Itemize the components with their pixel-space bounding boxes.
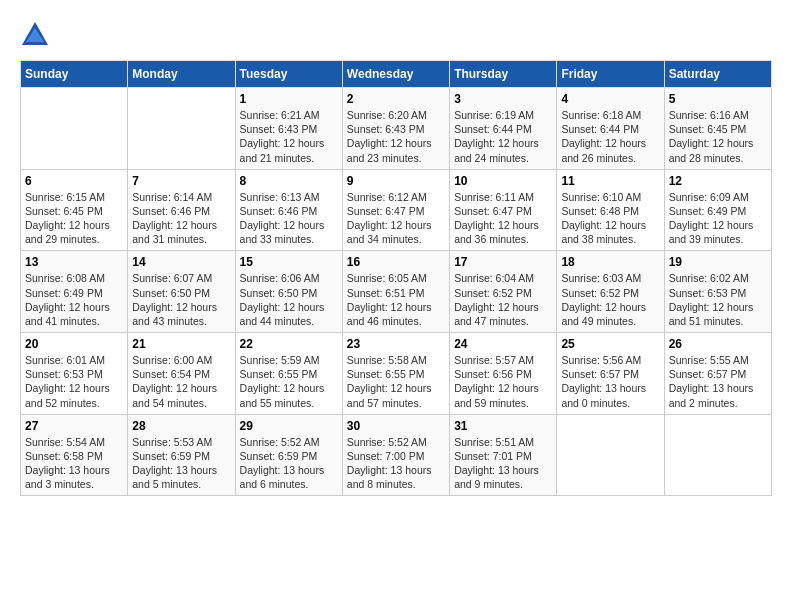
calendar-cell: 19Sunrise: 6:02 AMSunset: 6:53 PMDayligh… xyxy=(664,251,771,333)
calendar-cell: 17Sunrise: 6:04 AMSunset: 6:52 PMDayligh… xyxy=(450,251,557,333)
day-number: 7 xyxy=(132,174,230,188)
day-number: 21 xyxy=(132,337,230,351)
logo xyxy=(20,20,54,50)
day-info: Sunrise: 6:11 AMSunset: 6:47 PMDaylight:… xyxy=(454,190,552,247)
day-number: 20 xyxy=(25,337,123,351)
day-number: 16 xyxy=(347,255,445,269)
calendar-cell: 16Sunrise: 6:05 AMSunset: 6:51 PMDayligh… xyxy=(342,251,449,333)
calendar-week-row: 27Sunrise: 5:54 AMSunset: 6:58 PMDayligh… xyxy=(21,414,772,496)
calendar-cell: 28Sunrise: 5:53 AMSunset: 6:59 PMDayligh… xyxy=(128,414,235,496)
calendar-week-row: 20Sunrise: 6:01 AMSunset: 6:53 PMDayligh… xyxy=(21,333,772,415)
day-number: 8 xyxy=(240,174,338,188)
calendar-cell: 2Sunrise: 6:20 AMSunset: 6:43 PMDaylight… xyxy=(342,88,449,170)
calendar-cell: 7Sunrise: 6:14 AMSunset: 6:46 PMDaylight… xyxy=(128,169,235,251)
day-info: Sunrise: 5:58 AMSunset: 6:55 PMDaylight:… xyxy=(347,353,445,410)
calendar-cell: 5Sunrise: 6:16 AMSunset: 6:45 PMDaylight… xyxy=(664,88,771,170)
calendar-cell: 6Sunrise: 6:15 AMSunset: 6:45 PMDaylight… xyxy=(21,169,128,251)
calendar-cell xyxy=(128,88,235,170)
calendar-cell: 9Sunrise: 6:12 AMSunset: 6:47 PMDaylight… xyxy=(342,169,449,251)
day-info: Sunrise: 5:57 AMSunset: 6:56 PMDaylight:… xyxy=(454,353,552,410)
calendar-cell: 23Sunrise: 5:58 AMSunset: 6:55 PMDayligh… xyxy=(342,333,449,415)
day-info: Sunrise: 6:06 AMSunset: 6:50 PMDaylight:… xyxy=(240,271,338,328)
day-number: 13 xyxy=(25,255,123,269)
day-header-friday: Friday xyxy=(557,61,664,88)
calendar-week-row: 6Sunrise: 6:15 AMSunset: 6:45 PMDaylight… xyxy=(21,169,772,251)
day-info: Sunrise: 6:08 AMSunset: 6:49 PMDaylight:… xyxy=(25,271,123,328)
calendar-cell: 10Sunrise: 6:11 AMSunset: 6:47 PMDayligh… xyxy=(450,169,557,251)
calendar-cell xyxy=(21,88,128,170)
calendar-cell: 25Sunrise: 5:56 AMSunset: 6:57 PMDayligh… xyxy=(557,333,664,415)
calendar-table: SundayMondayTuesdayWednesdayThursdayFrid… xyxy=(20,60,772,496)
day-info: Sunrise: 6:05 AMSunset: 6:51 PMDaylight:… xyxy=(347,271,445,328)
day-number: 31 xyxy=(454,419,552,433)
calendar-cell: 22Sunrise: 5:59 AMSunset: 6:55 PMDayligh… xyxy=(235,333,342,415)
day-header-sunday: Sunday xyxy=(21,61,128,88)
calendar-cell: 8Sunrise: 6:13 AMSunset: 6:46 PMDaylight… xyxy=(235,169,342,251)
day-number: 19 xyxy=(669,255,767,269)
day-info: Sunrise: 6:01 AMSunset: 6:53 PMDaylight:… xyxy=(25,353,123,410)
calendar-cell: 24Sunrise: 5:57 AMSunset: 6:56 PMDayligh… xyxy=(450,333,557,415)
day-info: Sunrise: 6:13 AMSunset: 6:46 PMDaylight:… xyxy=(240,190,338,247)
day-info: Sunrise: 5:56 AMSunset: 6:57 PMDaylight:… xyxy=(561,353,659,410)
day-info: Sunrise: 6:18 AMSunset: 6:44 PMDaylight:… xyxy=(561,108,659,165)
calendar-cell: 11Sunrise: 6:10 AMSunset: 6:48 PMDayligh… xyxy=(557,169,664,251)
day-info: Sunrise: 5:53 AMSunset: 6:59 PMDaylight:… xyxy=(132,435,230,492)
calendar-cell: 30Sunrise: 5:52 AMSunset: 7:00 PMDayligh… xyxy=(342,414,449,496)
day-header-monday: Monday xyxy=(128,61,235,88)
day-number: 18 xyxy=(561,255,659,269)
day-info: Sunrise: 6:09 AMSunset: 6:49 PMDaylight:… xyxy=(669,190,767,247)
day-number: 1 xyxy=(240,92,338,106)
calendar-cell: 20Sunrise: 6:01 AMSunset: 6:53 PMDayligh… xyxy=(21,333,128,415)
day-number: 22 xyxy=(240,337,338,351)
day-number: 23 xyxy=(347,337,445,351)
day-info: Sunrise: 6:10 AMSunset: 6:48 PMDaylight:… xyxy=(561,190,659,247)
day-info: Sunrise: 6:07 AMSunset: 6:50 PMDaylight:… xyxy=(132,271,230,328)
calendar-cell: 3Sunrise: 6:19 AMSunset: 6:44 PMDaylight… xyxy=(450,88,557,170)
day-number: 2 xyxy=(347,92,445,106)
calendar-cell: 21Sunrise: 6:00 AMSunset: 6:54 PMDayligh… xyxy=(128,333,235,415)
day-header-thursday: Thursday xyxy=(450,61,557,88)
calendar-cell: 29Sunrise: 5:52 AMSunset: 6:59 PMDayligh… xyxy=(235,414,342,496)
day-info: Sunrise: 5:51 AMSunset: 7:01 PMDaylight:… xyxy=(454,435,552,492)
calendar-week-row: 13Sunrise: 6:08 AMSunset: 6:49 PMDayligh… xyxy=(21,251,772,333)
day-number: 17 xyxy=(454,255,552,269)
day-info: Sunrise: 6:04 AMSunset: 6:52 PMDaylight:… xyxy=(454,271,552,328)
day-number: 4 xyxy=(561,92,659,106)
day-number: 3 xyxy=(454,92,552,106)
day-number: 28 xyxy=(132,419,230,433)
day-info: Sunrise: 5:55 AMSunset: 6:57 PMDaylight:… xyxy=(669,353,767,410)
calendar-cell xyxy=(664,414,771,496)
day-info: Sunrise: 6:02 AMSunset: 6:53 PMDaylight:… xyxy=(669,271,767,328)
calendar-cell: 26Sunrise: 5:55 AMSunset: 6:57 PMDayligh… xyxy=(664,333,771,415)
day-number: 6 xyxy=(25,174,123,188)
day-number: 30 xyxy=(347,419,445,433)
day-info: Sunrise: 6:15 AMSunset: 6:45 PMDaylight:… xyxy=(25,190,123,247)
calendar-cell xyxy=(557,414,664,496)
calendar-cell: 18Sunrise: 6:03 AMSunset: 6:52 PMDayligh… xyxy=(557,251,664,333)
day-info: Sunrise: 6:03 AMSunset: 6:52 PMDaylight:… xyxy=(561,271,659,328)
day-info: Sunrise: 6:20 AMSunset: 6:43 PMDaylight:… xyxy=(347,108,445,165)
calendar-cell: 14Sunrise: 6:07 AMSunset: 6:50 PMDayligh… xyxy=(128,251,235,333)
logo-icon xyxy=(20,20,50,50)
day-header-wednesday: Wednesday xyxy=(342,61,449,88)
day-number: 12 xyxy=(669,174,767,188)
calendar-cell: 27Sunrise: 5:54 AMSunset: 6:58 PMDayligh… xyxy=(21,414,128,496)
day-info: Sunrise: 6:21 AMSunset: 6:43 PMDaylight:… xyxy=(240,108,338,165)
day-info: Sunrise: 5:54 AMSunset: 6:58 PMDaylight:… xyxy=(25,435,123,492)
calendar-week-row: 1Sunrise: 6:21 AMSunset: 6:43 PMDaylight… xyxy=(21,88,772,170)
day-number: 9 xyxy=(347,174,445,188)
day-info: Sunrise: 5:52 AMSunset: 7:00 PMDaylight:… xyxy=(347,435,445,492)
calendar-cell: 31Sunrise: 5:51 AMSunset: 7:01 PMDayligh… xyxy=(450,414,557,496)
page-header xyxy=(20,20,772,50)
day-info: Sunrise: 6:12 AMSunset: 6:47 PMDaylight:… xyxy=(347,190,445,247)
calendar-header-row: SundayMondayTuesdayWednesdayThursdayFrid… xyxy=(21,61,772,88)
calendar-cell: 4Sunrise: 6:18 AMSunset: 6:44 PMDaylight… xyxy=(557,88,664,170)
day-info: Sunrise: 6:14 AMSunset: 6:46 PMDaylight:… xyxy=(132,190,230,247)
day-header-tuesday: Tuesday xyxy=(235,61,342,88)
day-number: 29 xyxy=(240,419,338,433)
day-number: 15 xyxy=(240,255,338,269)
day-number: 25 xyxy=(561,337,659,351)
calendar-cell: 13Sunrise: 6:08 AMSunset: 6:49 PMDayligh… xyxy=(21,251,128,333)
day-number: 27 xyxy=(25,419,123,433)
day-number: 26 xyxy=(669,337,767,351)
